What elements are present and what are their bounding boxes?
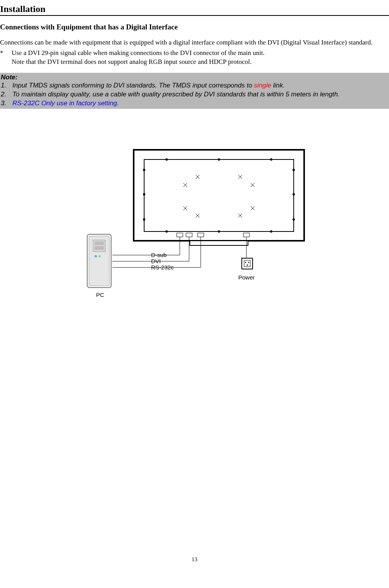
mount-dot-icon <box>143 169 145 171</box>
label-dsub: D-sub <box>151 252 167 258</box>
intro-paragraph: Connections can be made with equipment t… <box>0 38 389 47</box>
port-dvi-icon <box>186 233 192 237</box>
note-number: 2. <box>1 90 12 99</box>
label-rs232c: RS-232c <box>151 264 174 271</box>
bullet-text-line2: Note that the DVI terminal does not supp… <box>12 58 389 67</box>
mount-dot-icon <box>293 169 295 171</box>
section-subtitle: Connections with Equipment that has a Di… <box>0 23 389 31</box>
svg-point-21 <box>95 255 97 257</box>
mount-dot-icon <box>143 193 145 195</box>
port-dsub-icon <box>177 233 183 237</box>
note-text-blue: RS-232C Only use in factory setting. <box>12 99 388 108</box>
note-item-1: 1. Input TMDS signals conforming to DVI … <box>1 81 388 90</box>
mount-dot-icon <box>270 158 272 161</box>
note-text-red: single <box>254 82 271 89</box>
note-list: 1. Input TMDS signals conforming to DVI … <box>1 81 388 108</box>
port-rs232c-icon <box>198 233 204 237</box>
mount-dot-icon <box>293 218 295 221</box>
label-pc: PC <box>96 291 104 298</box>
monitor-inner-icon <box>144 159 294 231</box>
svg-rect-27 <box>247 264 248 266</box>
label-dvi: DVI <box>151 258 161 264</box>
note-title: Note: <box>1 74 388 81</box>
diagram-svg: D-sub DVI RS-232c PC <box>77 146 312 301</box>
mount-dot-icon <box>165 158 168 161</box>
port-power-icon <box>243 233 250 237</box>
svg-point-26 <box>248 262 249 263</box>
power-socket-icon <box>242 258 253 269</box>
page-title: Installation <box>0 4 389 16</box>
bullet-item: * Use a DVI 29-pin signal cable when mak… <box>0 49 389 58</box>
stand-notch-icon <box>190 241 248 245</box>
svg-point-22 <box>98 255 101 257</box>
mount-dot-icon <box>270 230 272 233</box>
page-number: 13 <box>0 556 389 563</box>
mount-dot-icon <box>218 230 220 233</box>
svg-rect-19 <box>95 242 104 245</box>
svg-point-25 <box>245 262 246 263</box>
note-text: To maintain display quality, use a cable… <box>12 90 388 99</box>
bullet-text-line1: Use a DVI 29-pin signal cable when makin… <box>12 49 389 58</box>
label-power: Power <box>238 274 255 281</box>
note-item-2: 2. To maintain display quality, use a ca… <box>1 90 388 99</box>
svg-rect-20 <box>95 246 104 250</box>
note-box: Note: 1. Input TMDS signals conforming t… <box>0 73 389 109</box>
pc-tower-icon <box>87 234 111 288</box>
mount-dot-icon <box>143 218 145 221</box>
connection-diagram: D-sub DVI RS-232c PC <box>0 146 389 301</box>
note-text-pre: Input TMDS signals conforming to DVI sta… <box>12 82 254 89</box>
note-item-3: 3. RS-232C Only use in factory setting. <box>1 99 388 108</box>
note-text: Input TMDS signals conforming to DVI sta… <box>12 81 388 90</box>
mount-dot-icon <box>165 230 168 233</box>
mount-dot-icon <box>293 193 295 195</box>
note-number: 3. <box>1 99 12 108</box>
note-text-post: link. <box>271 82 285 89</box>
note-number: 1. <box>1 81 12 90</box>
mount-dot-icon <box>218 158 220 161</box>
bullet-marker: * <box>0 49 12 58</box>
